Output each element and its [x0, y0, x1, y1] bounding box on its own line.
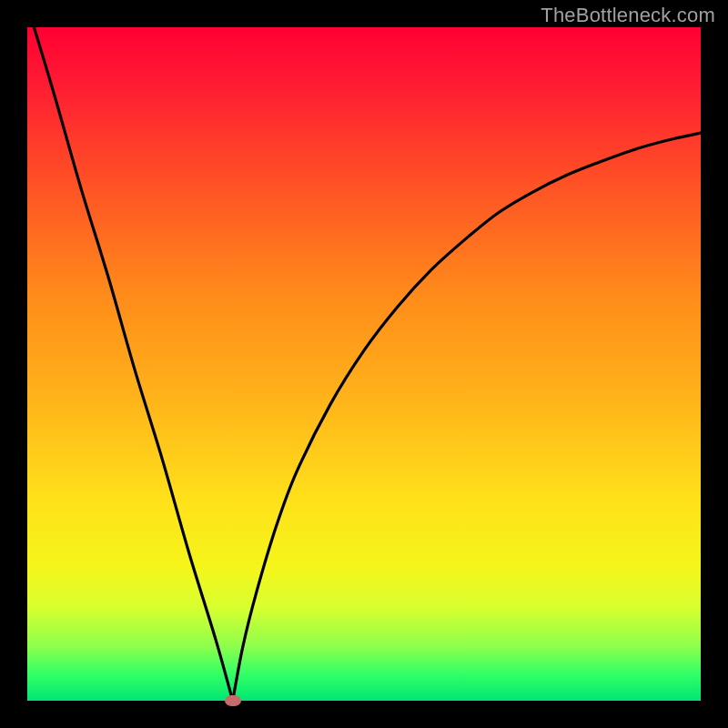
chart-frame: TheBottleneck.com: [0, 0, 728, 728]
chart-curve-svg: [27, 27, 701, 701]
curve-left-branch: [34, 27, 232, 701]
watermark-text: TheBottleneck.com: [541, 4, 715, 27]
minimum-marker: [225, 695, 241, 706]
curve-right-branch: [233, 133, 701, 701]
